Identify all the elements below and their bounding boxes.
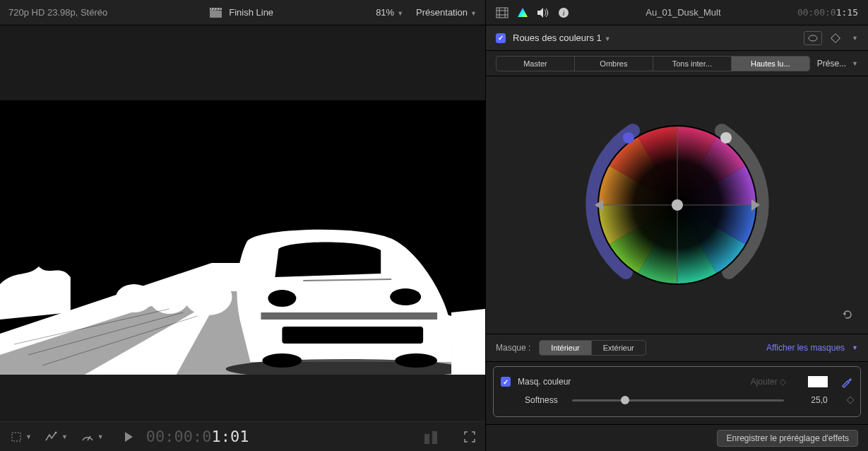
svg-point-26 xyxy=(54,431,57,433)
audio-meters xyxy=(424,430,437,444)
tab-highlights[interactable]: Hautes lu... xyxy=(732,57,809,71)
viewer-canvas[interactable] xyxy=(0,25,485,421)
chevron-down-icon: ▼ xyxy=(852,60,858,67)
effect-name-menu[interactable]: Roues des couleurs 1▼ xyxy=(513,33,611,43)
chevron-down-icon[interactable]: ▼ xyxy=(852,35,858,42)
chevron-down-icon: ▼ xyxy=(97,433,104,440)
svg-point-16 xyxy=(390,288,421,305)
eyedropper-icon[interactable] xyxy=(840,375,853,388)
tab-shadows[interactable]: Ombres xyxy=(575,57,653,71)
svg-rect-29 xyxy=(497,8,508,18)
audio-inspector-icon[interactable] xyxy=(537,7,549,18)
fullscreen-button[interactable] xyxy=(464,431,475,443)
mask-interior-exterior-toggle[interactable]: Intérieur Extérieur xyxy=(539,340,646,356)
chevron-down-icon: ▼ xyxy=(397,10,403,17)
mask-exterior-button[interactable]: Extérieur xyxy=(592,341,646,355)
play-button[interactable] xyxy=(124,431,133,443)
show-masks-menu[interactable]: Afficher les masques ▼ xyxy=(766,343,858,353)
color-mask-label: Masq. couleur xyxy=(518,377,571,387)
svg-text:i: i xyxy=(562,8,564,17)
inspector-clip-name: Au_01_Dusk_Mult xyxy=(578,7,789,18)
color-swatch[interactable] xyxy=(808,376,828,387)
tab-midtones[interactable]: Tons inter... xyxy=(653,57,732,71)
mask-shape-button[interactable] xyxy=(804,31,822,45)
reset-icon[interactable] xyxy=(841,308,854,321)
chevron-down-icon: ▼ xyxy=(605,35,611,42)
inspector-timecode: 00:00:01:15 xyxy=(797,7,858,18)
speed-tool-menu[interactable]: ▼ xyxy=(81,430,104,443)
softness-label: Softness xyxy=(525,395,558,405)
svg-point-47 xyxy=(720,132,732,144)
chevron-down-icon: ▼ xyxy=(852,344,858,351)
color-inspector-icon[interactable] xyxy=(517,7,528,18)
chevron-down-icon: ▼ xyxy=(470,10,477,17)
svg-point-48 xyxy=(672,199,683,211)
add-mask-menu[interactable]: Ajouter ◇ xyxy=(751,377,784,387)
softness-slider[interactable] xyxy=(572,393,784,407)
info-inspector-icon[interactable]: i xyxy=(558,7,569,18)
viewer-timecode[interactable]: 00:00:01:01 xyxy=(146,428,249,445)
save-effect-preset-button[interactable]: Enregistrer le préréglage d'effets xyxy=(717,430,858,447)
retime-tool-menu[interactable]: ▼ xyxy=(44,430,68,443)
video-inspector-icon[interactable] xyxy=(496,7,509,18)
svg-point-38 xyxy=(809,35,817,41)
clapper-icon xyxy=(210,8,222,18)
svg-marker-34 xyxy=(518,8,528,17)
mask-label: Masque : xyxy=(496,343,530,353)
keyframe-diamond-icon[interactable] xyxy=(832,35,839,42)
svg-marker-28 xyxy=(125,432,133,442)
svg-rect-14 xyxy=(261,312,437,320)
svg-point-10 xyxy=(116,284,153,312)
softness-value[interactable]: 25,0 xyxy=(798,395,840,405)
keyframe-diamond-icon[interactable] xyxy=(848,397,853,403)
svg-point-12 xyxy=(184,279,232,315)
svg-point-46 xyxy=(623,132,634,144)
color-mask-enable-checkbox[interactable]: ✓ xyxy=(501,377,511,387)
color-wheel-control[interactable] xyxy=(575,102,780,308)
viewer-format-info: 720p HD 23.98p, Stéréo xyxy=(8,7,107,18)
chevron-down-icon: ▼ xyxy=(25,433,32,440)
viewer-clip-title: Finish Line xyxy=(229,7,273,18)
svg-rect-25 xyxy=(12,433,20,441)
effect-enable-checkbox[interactable]: ✓ xyxy=(496,33,506,43)
tone-range-tabs[interactable]: Master Ombres Tons inter... Hautes lu... xyxy=(496,56,810,71)
chevron-down-icon: ▼ xyxy=(61,433,68,440)
tab-master[interactable]: Master xyxy=(497,57,575,71)
viewer-zoom-menu[interactable]: 81%▼ xyxy=(376,7,403,18)
preset-menu[interactable]: Prése...▼ xyxy=(817,59,858,69)
svg-marker-35 xyxy=(537,8,543,18)
svg-rect-0 xyxy=(210,11,222,18)
svg-point-15 xyxy=(268,290,296,307)
crop-tool-menu[interactable]: ▼ xyxy=(10,430,32,443)
svg-marker-24 xyxy=(451,309,485,375)
color-mask-panel: ✓ Masq. couleur Ajouter ◇ Softness xyxy=(493,366,861,417)
mask-interior-button[interactable]: Intérieur xyxy=(540,341,591,355)
viewer-view-menu[interactable]: Présentation▼ xyxy=(416,7,477,18)
svg-rect-13 xyxy=(282,327,423,344)
